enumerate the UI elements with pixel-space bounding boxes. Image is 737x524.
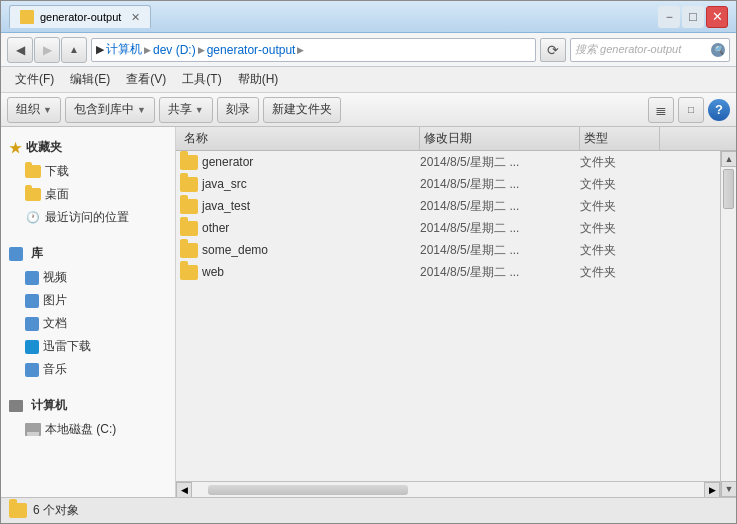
file-area-with-scroll: generator 2014/8/5/星期二 ... 文件夹: [176, 151, 736, 497]
title-bar-tab[interactable]: generator-output ✕: [9, 5, 151, 28]
file-row[interactable]: some_demo 2014/8/5/星期二 ... 文件夹: [176, 239, 720, 261]
breadcrumb-folder[interactable]: generator-output ▶: [207, 43, 305, 57]
column-name-label: 名称: [184, 130, 208, 147]
new-folder-label: 新建文件夹: [272, 101, 332, 118]
somedemo-folder-icon: [180, 243, 198, 258]
scroll-down-arrow[interactable]: ▼: [721, 481, 736, 497]
breadcrumb-arrow-2: ▶: [198, 45, 205, 55]
window-controls: － □ ✕: [658, 6, 728, 28]
column-header-date[interactable]: 修改日期: [420, 127, 580, 150]
breadcrumb-computer-label: 计算机: [106, 41, 142, 58]
menu-tools[interactable]: 工具(T): [174, 69, 229, 90]
new-folder-button[interactable]: 新建文件夹: [263, 97, 341, 123]
status-count: 6 个对象: [33, 502, 79, 519]
include-library-button[interactable]: 包含到库中 ▼: [65, 97, 155, 123]
recent-special-icon: 🕐: [25, 210, 41, 226]
content-area: 名称 修改日期 类型: [176, 127, 736, 497]
sidebar-section-favorites: ★ 收藏夹 下载 桌面 🕐 最近访问的位置: [1, 135, 175, 229]
c-drive-label: 本地磁盘 (C:): [45, 421, 116, 438]
breadcrumb-drive[interactable]: dev (D:) ▶: [153, 43, 205, 57]
computer-label: 计算机: [31, 397, 67, 414]
organize-button[interactable]: 组织 ▼: [7, 97, 61, 123]
share-button[interactable]: 共享 ▼: [159, 97, 213, 123]
scrollbar-vertical[interactable]: ▲ ▼: [720, 151, 736, 497]
sidebar-item-video[interactable]: 视频: [1, 266, 175, 289]
sidebar-item-recent[interactable]: 🕐 最近访问的位置: [1, 206, 175, 229]
breadcrumb-computer[interactable]: 计算机 ▶: [106, 41, 151, 58]
close-button[interactable]: ✕: [706, 6, 728, 28]
downloads-folder-icon: [25, 165, 41, 178]
scroll-track-horizontal: [208, 484, 688, 496]
column-header-type[interactable]: 类型: [580, 127, 660, 150]
thunder-label: 迅雷下载: [43, 338, 91, 355]
refresh-button[interactable]: ⟳: [540, 38, 566, 62]
maximize-button[interactable]: □: [682, 6, 704, 28]
tab-close-icon[interactable]: ✕: [131, 11, 140, 24]
breadcrumb[interactable]: ▶ 计算机 ▶ dev (D:) ▶ generator-output ▶: [91, 38, 536, 62]
tab-folder-icon: [20, 10, 34, 24]
toolbar: 组织 ▼ 包含到库中 ▼ 共享 ▼ 刻录 新建文件夹 ≣ □ ?: [1, 93, 736, 127]
forward-button[interactable]: ▶: [34, 37, 60, 63]
menu-help[interactable]: 帮助(H): [230, 69, 287, 90]
scroll-up-arrow[interactable]: ▲: [721, 151, 736, 167]
scroll-thumb-horizontal[interactable]: [208, 485, 408, 495]
scrollbar-horizontal[interactable]: ◀ ▶: [176, 481, 720, 497]
documents-label: 文档: [43, 315, 67, 332]
sidebar-item-desktop[interactable]: 桌面: [1, 183, 175, 206]
web-folder-icon: [180, 265, 198, 280]
include-library-arrow: ▼: [137, 105, 146, 115]
javasrc-name-label: java_src: [202, 177, 247, 191]
file-type-javatest: 文件夹: [580, 198, 660, 215]
favorites-star-icon: ★: [9, 140, 22, 156]
up-button[interactable]: ▲: [61, 37, 87, 63]
file-row[interactable]: java_src 2014/8/5/星期二 ... 文件夹: [176, 173, 720, 195]
scroll-thumb-vertical[interactable]: [723, 169, 734, 209]
sidebar-item-thunder[interactable]: 迅雷下载: [1, 335, 175, 358]
file-type-javasrc: 文件夹: [580, 176, 660, 193]
sidebar: ★ 收藏夹 下载 桌面 🕐 最近访问的位置: [1, 127, 176, 497]
menu-file[interactable]: 文件(F): [7, 69, 62, 90]
column-header-name[interactable]: 名称: [180, 127, 420, 150]
file-row[interactable]: java_test 2014/8/5/星期二 ... 文件夹: [176, 195, 720, 217]
sidebar-item-documents[interactable]: 文档: [1, 312, 175, 335]
file-rows: generator 2014/8/5/星期二 ... 文件夹: [176, 151, 720, 481]
minimize-button[interactable]: －: [658, 6, 680, 28]
file-date-generator: 2014/8/5/星期二 ...: [420, 154, 580, 171]
file-date-javatest: 2014/8/5/星期二 ...: [420, 198, 580, 215]
toolbar-right: ≣ □ ?: [648, 97, 730, 123]
back-button[interactable]: ◀: [7, 37, 33, 63]
organize-arrow: ▼: [43, 105, 52, 115]
c-drive-icon: [25, 423, 41, 436]
file-row[interactable]: web 2014/8/5/星期二 ... 文件夹: [176, 261, 720, 283]
file-row[interactable]: generator 2014/8/5/星期二 ... 文件夹: [176, 151, 720, 173]
sidebar-item-pictures[interactable]: 图片: [1, 289, 175, 312]
scroll-left-arrow[interactable]: ◀: [176, 482, 192, 498]
help-button[interactable]: ?: [708, 99, 730, 121]
file-row[interactable]: other 2014/8/5/星期二 ... 文件夹: [176, 217, 720, 239]
breadcrumb-root-icon: ▶: [96, 43, 104, 56]
javatest-name-label: java_test: [202, 199, 250, 213]
file-list-header: 名称 修改日期 类型: [176, 127, 736, 151]
view-toggle-button[interactable]: ≣: [648, 97, 674, 123]
sidebar-item-c-drive[interactable]: 本地磁盘 (C:): [1, 418, 175, 441]
burn-label: 刻录: [226, 101, 250, 118]
sidebar-item-music[interactable]: 音乐: [1, 358, 175, 381]
breadcrumb-arrow-3: ▶: [297, 45, 304, 55]
video-lib-icon: [25, 271, 39, 285]
javasrc-folder-icon: [180, 177, 198, 192]
menu-view[interactable]: 查看(V): [118, 69, 174, 90]
burn-button[interactable]: 刻录: [217, 97, 259, 123]
menu-edit[interactable]: 编辑(E): [62, 69, 118, 90]
breadcrumb-arrow-1: ▶: [144, 45, 151, 55]
file-name-generator: generator: [180, 155, 420, 170]
file-name-javasrc: java_src: [180, 177, 420, 192]
file-type-somedemo: 文件夹: [580, 242, 660, 259]
scroll-right-arrow[interactable]: ▶: [704, 482, 720, 498]
desktop-folder-icon: [25, 188, 41, 201]
search-bar[interactable]: 搜索 generator-output 🔍: [570, 38, 730, 62]
sidebar-item-downloads[interactable]: 下载: [1, 160, 175, 183]
view-size-button[interactable]: □: [678, 97, 704, 123]
column-type-label: 类型: [584, 130, 608, 147]
scroll-track-vertical: [721, 167, 736, 481]
music-lib-icon: [25, 363, 39, 377]
